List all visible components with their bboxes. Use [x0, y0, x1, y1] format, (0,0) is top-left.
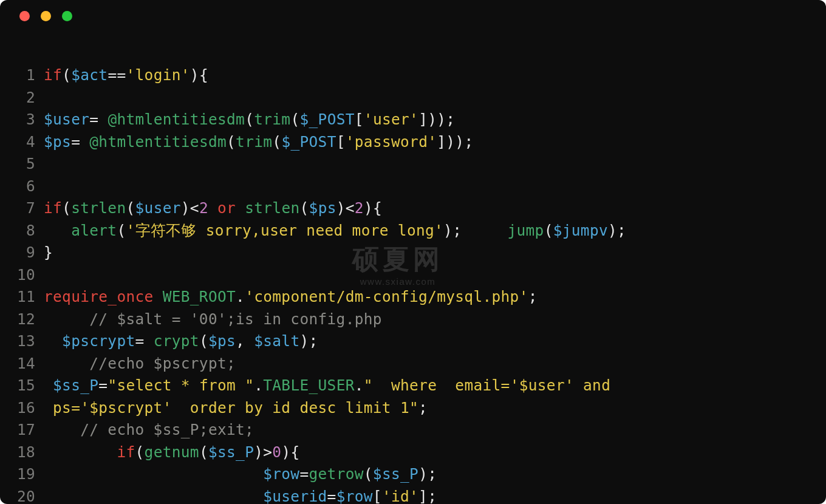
line-content: if(getnum($ss_P)>0){ [44, 441, 300, 464]
code-line: 4$ps= @htmlentitiesdm(trim($_POST['passw… [0, 131, 826, 154]
code-line: 11require_once WEB_ROOT.'component/dm-co… [0, 286, 826, 308]
code-line: 5 [0, 153, 826, 175]
line-number: 18 [0, 441, 44, 464]
line-content: $userid=$row['id']; [44, 486, 437, 505]
code-window: 1if($act=='login'){23$user= @htmlentitie… [0, 0, 826, 504]
code-line: 1if($act=='login'){ [0, 64, 826, 87]
titlebar [0, 0, 826, 32]
line-number: 19 [0, 463, 44, 486]
code-line: 9} [0, 242, 826, 264]
line-number: 17 [0, 419, 44, 441]
code-line: 2 [0, 87, 826, 109]
line-number: 4 [0, 131, 44, 154]
line-content: $pscrypt= crypt($ps, $salt); [44, 330, 318, 353]
line-number: 1 [0, 64, 44, 87]
line-number: 13 [0, 330, 44, 353]
line-content: require_once WEB_ROOT.'component/dm-conf… [44, 286, 538, 308]
line-content: // $salt = '00';is in config.php [44, 308, 382, 331]
line-number: 12 [0, 308, 44, 331]
code-line: 12 // $salt = '00';is in config.php [0, 308, 826, 331]
close-icon[interactable] [19, 11, 30, 21]
line-content: alert('字符不够 sorry,user need more long');… [44, 220, 626, 242]
line-content: $ps= @htmlentitiesdm(trim($_POST['passwo… [44, 131, 473, 154]
line-content: if($act=='login'){ [44, 64, 208, 87]
line-number: 3 [0, 109, 44, 131]
line-number: 14 [0, 353, 44, 375]
line-number: 2 [0, 87, 44, 109]
line-number: 20 [0, 486, 44, 505]
code-line: 16 ps='$pscrypt' order by id desc limit … [0, 397, 826, 420]
minimize-icon[interactable] [41, 11, 51, 21]
code-area: 1if($act=='login'){23$user= @htmlentitie… [0, 32, 826, 504]
code-line: 10 [0, 264, 826, 287]
line-content: if(strlen($user)<2 or strlen($ps)<2){ [44, 197, 382, 220]
code-line: 8 alert('字符不够 sorry,user need more long'… [0, 220, 826, 242]
code-line: 3$user= @htmlentitiesdm(trim($_POST['use… [0, 109, 826, 131]
code-line: 14 //echo $pscrypt; [0, 353, 826, 375]
line-number: 7 [0, 197, 44, 220]
line-content: $row=getrow($ss_P); [44, 463, 437, 486]
line-number: 10 [0, 264, 44, 287]
line-content: $user= @htmlentitiesdm(trim($_POST['user… [44, 109, 455, 131]
code-line: 17 // echo $ss_P;exit; [0, 419, 826, 441]
line-content: ps='$pscrypt' order by id desc limit 1"; [44, 397, 428, 420]
line-number: 8 [0, 220, 44, 242]
code-line: 20 $userid=$row['id']; [0, 486, 826, 505]
code-line: 7if(strlen($user)<2 or strlen($ps)<2){ [0, 197, 826, 220]
line-content: //echo $pscrypt; [44, 353, 236, 375]
line-number: 6 [0, 175, 44, 198]
code-line: 19 $row=getrow($ss_P); [0, 463, 826, 486]
code-line: 18 if(getnum($ss_P)>0){ [0, 441, 826, 464]
code-line: 13 $pscrypt= crypt($ps, $salt); [0, 330, 826, 353]
line-number: 15 [0, 375, 44, 397]
line-content: } [44, 242, 53, 264]
zoom-icon[interactable] [62, 11, 72, 21]
line-number: 5 [0, 153, 44, 175]
code-line: 6 [0, 175, 826, 198]
line-content: $ss_P="select * from ".TABLE_USER." wher… [44, 375, 610, 397]
line-number: 9 [0, 242, 44, 264]
code-line: 15 $ss_P="select * from ".TABLE_USER." w… [0, 375, 826, 397]
line-content: // echo $ss_P;exit; [44, 419, 254, 441]
line-number: 16 [0, 397, 44, 420]
line-number: 11 [0, 286, 44, 308]
